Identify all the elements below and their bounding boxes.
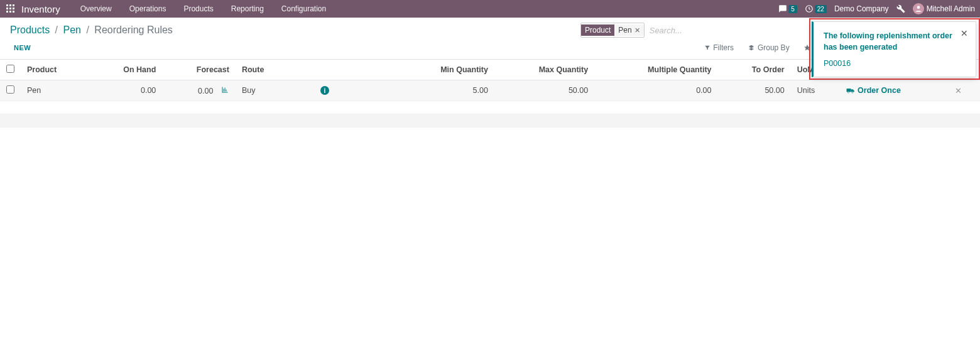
facet-remove-icon[interactable]: ✕: [634, 26, 640, 35]
svg-rect-6: [6, 11, 8, 13]
svg-rect-4: [9, 8, 11, 9]
row-checkbox[interactable]: [6, 85, 14, 94]
col-min-qty[interactable]: Min Quantity: [397, 60, 494, 80]
messaging-icon[interactable]: 5: [778, 4, 797, 13]
select-all-checkbox[interactable]: [6, 65, 14, 73]
cell-uom[interactable]: Units: [791, 80, 840, 101]
groupby-button[interactable]: Group By: [748, 43, 790, 52]
cell-to-order[interactable]: 50.00: [718, 80, 791, 101]
col-forecast[interactable]: Forecast: [162, 60, 236, 80]
msg-badge: 5: [788, 5, 797, 13]
svg-point-16: [852, 91, 853, 92]
search-facet: Product Pen ✕: [580, 23, 645, 38]
app-brand[interactable]: Inventory: [21, 4, 60, 14]
cell-forecast[interactable]: 0.00: [162, 80, 236, 101]
activity-icon[interactable]: 22: [805, 4, 827, 13]
cell-max-qty[interactable]: 50.00: [494, 80, 594, 101]
cell-min-qty[interactable]: 5.00: [397, 80, 494, 101]
breadcrumb-root[interactable]: Products: [10, 24, 50, 35]
nav-products[interactable]: Products: [175, 4, 222, 13]
company-name[interactable]: Demo Company: [834, 4, 889, 13]
svg-rect-3: [6, 8, 8, 9]
new-button[interactable]: NEW: [10, 41, 35, 54]
svg-rect-2: [13, 4, 14, 6]
layers-icon: [748, 45, 755, 51]
nav-configuration[interactable]: Configuration: [273, 4, 335, 13]
activity-badge: 22: [815, 5, 827, 13]
nav-operations[interactable]: Operations: [121, 4, 175, 13]
main-navbar: Inventory Overview Operations Products R…: [0, 0, 980, 18]
facet-label: Product: [581, 24, 614, 36]
user-name: Mitchell Admin: [927, 4, 975, 13]
nav-overview[interactable]: Overview: [72, 4, 121, 13]
svg-rect-5: [13, 8, 14, 9]
nav-reporting[interactable]: Reporting: [222, 4, 273, 13]
svg-rect-8: [13, 11, 14, 13]
col-on-hand[interactable]: On Hand: [89, 60, 163, 80]
debug-icon[interactable]: [896, 4, 905, 13]
footer-band: [0, 114, 980, 127]
cell-product[interactable]: Pen: [21, 80, 89, 101]
cell-route[interactable]: Buy i: [236, 80, 397, 101]
user-menu[interactable]: Mitchell Admin: [913, 3, 975, 14]
route-info-icon[interactable]: i: [320, 86, 329, 95]
col-product[interactable]: Product: [21, 60, 89, 80]
svg-rect-1: [9, 4, 11, 6]
breadcrumb: Products / Pen / Reordering Rules: [10, 24, 173, 36]
svg-point-15: [847, 91, 849, 92]
toast-close-icon[interactable]: ✕: [961, 28, 968, 38]
avatar-icon: [913, 3, 924, 14]
nav-right: 5 22 Demo Company Mitchell Admin: [778, 3, 975, 14]
cell-on-hand[interactable]: 0.00: [89, 80, 163, 101]
col-to-order[interactable]: To Order: [718, 60, 791, 80]
toast-title: The following replenishment order has be…: [824, 31, 966, 53]
order-once-button[interactable]: Order Once: [846, 86, 901, 95]
apps-launcher-icon[interactable]: [5, 3, 16, 14]
table-row[interactable]: Pen 0.00 0.00 Buy i 5.00 50.00 0.00 50.0…: [0, 80, 980, 101]
facet-value: Pen: [618, 26, 631, 35]
truck-icon: [846, 87, 855, 94]
cell-multiple-qty[interactable]: 0.00: [594, 80, 717, 101]
col-multiple-qty[interactable]: Multiple Quantity: [594, 60, 717, 80]
breadcrumb-current: Reordering Rules: [94, 24, 173, 35]
nav-menu: Overview Operations Products Reporting C…: [72, 4, 335, 13]
toast-body[interactable]: P00016: [824, 59, 966, 68]
star-icon: [803, 44, 811, 51]
row-delete-icon[interactable]: ✕: [955, 87, 962, 95]
svg-rect-0: [6, 4, 8, 6]
notification-toast: ✕ The following replenishment order has …: [812, 21, 976, 77]
search-input[interactable]: [650, 26, 838, 35]
funnel-icon: [704, 45, 710, 51]
svg-rect-14: [847, 89, 851, 92]
svg-point-10: [917, 6, 920, 9]
col-max-qty[interactable]: Max Quantity: [494, 60, 594, 80]
svg-rect-7: [9, 11, 11, 13]
col-route[interactable]: Route: [236, 60, 397, 80]
forecast-chart-icon[interactable]: [220, 87, 229, 95]
breadcrumb-parent[interactable]: Pen: [63, 24, 81, 35]
filters-button[interactable]: Filters: [704, 43, 734, 52]
